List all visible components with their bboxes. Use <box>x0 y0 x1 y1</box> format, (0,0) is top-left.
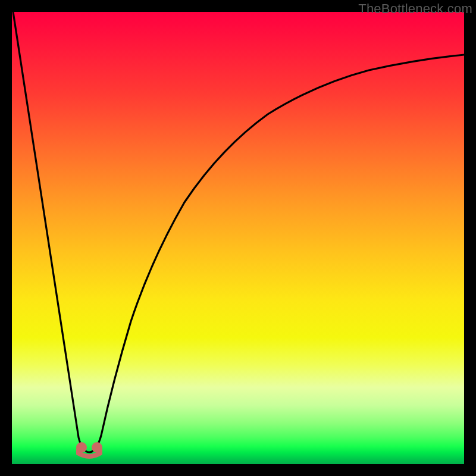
bottleneck-curve <box>12 12 464 464</box>
trough-marker <box>76 442 102 459</box>
curve-path <box>13 12 464 452</box>
watermark-text: TheBottleneck.com <box>358 1 472 17</box>
chart-frame <box>12 12 464 464</box>
